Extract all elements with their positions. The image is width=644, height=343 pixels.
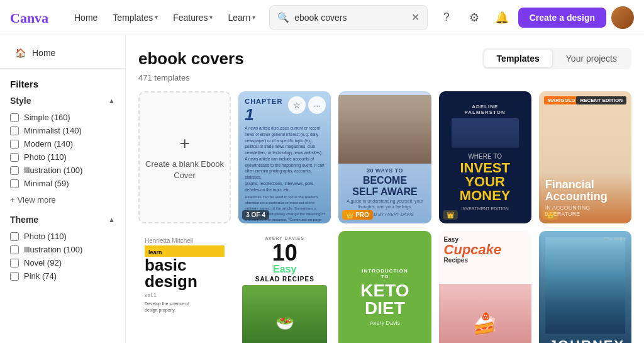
- content-header: ebook covers Templates Your projects: [138, 48, 631, 69]
- chevron-up-icon: ▲: [108, 216, 115, 223]
- create-blank-card[interactable]: + Create a blank Ebook Cover: [138, 91, 231, 223]
- avatar[interactable]: [611, 6, 634, 29]
- search-bar: 🔍 ✕: [269, 5, 428, 30]
- nav-features[interactable]: Features ▾: [167, 9, 219, 26]
- plus-icon: +: [179, 133, 189, 154]
- plus-icon: +: [10, 195, 15, 205]
- template-card[interactable]: Ella White JOURNEY PRO: [539, 231, 631, 343]
- nav-home[interactable]: Home: [68, 9, 104, 26]
- filters-title: Filters: [10, 79, 115, 89]
- main-layout: 🏠 Home Filters Style ▲ Simple (160) Mini…: [0, 35, 644, 343]
- bell-icon[interactable]: 🔔: [491, 6, 513, 29]
- card-crown-badge: 👑: [543, 210, 558, 220]
- filter-theme-photo[interactable]: Photo (110): [10, 230, 115, 243]
- template-card[interactable]: ADELINE PALMERSTON WHERE TO INVEST YOURM…: [439, 91, 531, 223]
- template-card[interactable]: CHAPTER 1 A news article discusses curre…: [238, 91, 331, 223]
- filter-theme-pink-checkbox[interactable]: [10, 272, 19, 281]
- style-filter-items: Simple (160) Minimalist (140) Modern (14…: [10, 111, 115, 190]
- close-icon[interactable]: ✕: [411, 11, 419, 23]
- filter-photo-checkbox[interactable]: [10, 153, 19, 162]
- content-area: ebook covers Templates Your projects 471…: [126, 35, 644, 343]
- filter-minimalist-checkbox[interactable]: [10, 127, 19, 135]
- search-input[interactable]: [294, 13, 406, 23]
- nav-learn[interactable]: Learn ▾: [221, 9, 262, 26]
- template-card[interactable]: Easy Cupcake Recipes 🍰 PRO: [439, 231, 531, 343]
- help-icon[interactable]: ?: [435, 6, 458, 29]
- theme-filter-items: Photo (110) Illustration (100) Novel (92…: [10, 230, 115, 283]
- style-filter-group[interactable]: Style ▲: [10, 96, 115, 106]
- card-pro-badge: 👑 PRO: [342, 210, 372, 220]
- svg-text:Canva: Canva: [10, 10, 48, 26]
- home-icon: 🏠: [15, 48, 26, 58]
- template-card[interactable]: INTRODUCTIONTO KETO DIET Avery Davis 👑: [338, 231, 431, 343]
- view-toggle: Templates Your projects: [482, 48, 631, 69]
- chevron-down-icon: ▾: [209, 14, 213, 21]
- filter-minimal-checkbox[interactable]: [10, 179, 19, 188]
- chevron-down-icon: ▾: [252, 14, 255, 21]
- search-icon: 🔍: [277, 12, 289, 23]
- your-projects-tab[interactable]: Your projects: [553, 50, 630, 67]
- filter-simple-checkbox[interactable]: [10, 113, 19, 122]
- filter-theme-novel[interactable]: Novel (92): [10, 256, 115, 269]
- create-design-button[interactable]: Create a design: [518, 8, 606, 28]
- sidebar: 🏠 Home Filters Style ▲ Simple (160) Mini…: [0, 35, 126, 343]
- filter-illustration[interactable]: Illustration (100): [10, 164, 115, 177]
- view-more-button[interactable]: + View more: [10, 193, 115, 207]
- filter-theme-illustration[interactable]: Illustration (100): [10, 243, 115, 256]
- filter-theme-photo-checkbox[interactable]: [10, 232, 19, 241]
- header: Canva Home Templates ▾ Features ▾ Learn …: [0, 0, 644, 35]
- filter-modern[interactable]: Modern (140): [10, 137, 115, 150]
- filter-theme-illustration-checkbox[interactable]: [10, 245, 19, 254]
- filter-minimalist[interactable]: Minimalist (140): [10, 124, 115, 137]
- chevron-down-icon: ▾: [155, 14, 158, 21]
- filter-illustration-checkbox[interactable]: [10, 166, 19, 175]
- theme-filter-group[interactable]: Theme ▲: [10, 215, 115, 225]
- header-icons: ? ⚙ 🔔 Create a design: [435, 6, 634, 29]
- sidebar-item-home[interactable]: 🏠 Home: [5, 43, 120, 63]
- page-title: ebook covers: [138, 49, 244, 69]
- filter-simple[interactable]: Simple (160): [10, 111, 115, 124]
- canva-logo[interactable]: Canva: [10, 9, 55, 26]
- card-actions: ☆ ···: [288, 96, 326, 114]
- template-card[interactable]: 30 WAYS TO BecomeSelf Aware A guide to u…: [338, 91, 431, 223]
- filter-theme-pink[interactable]: Pink (74): [10, 269, 115, 283]
- filter-theme-novel-checkbox[interactable]: [10, 259, 19, 267]
- filter-minimal[interactable]: Minimal (59): [10, 177, 115, 190]
- filter-photo[interactable]: Photo (110): [10, 150, 115, 164]
- filter-modern-checkbox[interactable]: [10, 140, 19, 149]
- sidebar-divider: [0, 68, 125, 69]
- chevron-up-icon: ▲: [108, 97, 115, 104]
- template-card[interactable]: Henrietta Mitchell learn basicdesign vol…: [138, 231, 231, 343]
- template-count: 471 templates: [138, 73, 631, 82]
- settings-icon[interactable]: ⚙: [463, 6, 486, 29]
- create-blank-label: Create a blank Ebook Cover: [140, 159, 230, 181]
- template-card[interactable]: AVERY DAVIES 10 Easy SALAD RECIPES 🥗 👑: [238, 231, 331, 343]
- main-nav: Home Templates ▾ Features ▾ Learn ▾: [68, 9, 262, 26]
- templates-tab[interactable]: Templates: [484, 50, 552, 67]
- more-options-button[interactable]: ···: [308, 96, 326, 114]
- favorite-button[interactable]: ☆: [288, 96, 306, 114]
- card-page-badge: 3 OF 4: [242, 210, 269, 220]
- template-grid: + Create a blank Ebook Cover CHAPTER 1 A…: [138, 91, 631, 343]
- template-card[interactable]: MARIGOLD RECENT EDITION FinancialAccount…: [539, 91, 631, 223]
- card-crown-badge: 👑: [443, 210, 458, 220]
- filter-section: Filters Style ▲ Simple (160) Minimalist …: [0, 74, 125, 288]
- nav-templates[interactable]: Templates ▾: [106, 9, 164, 26]
